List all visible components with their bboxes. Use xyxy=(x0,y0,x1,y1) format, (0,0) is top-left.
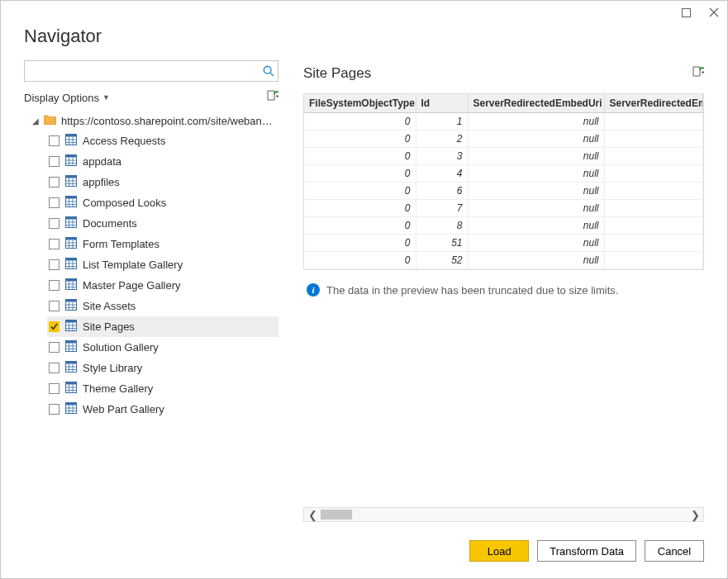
table-icon xyxy=(65,237,77,251)
column-header[interactable]: ServerRedirectedEmbed xyxy=(604,94,703,113)
navigator-tree: ◢ https://contoso.sharepoint.com/site/we… xyxy=(24,112,278,522)
tree-item-label: Site Pages xyxy=(83,320,135,333)
checkbox[interactable] xyxy=(49,177,59,187)
tree-item[interactable]: Form Templates xyxy=(47,234,278,254)
table-row[interactable]: 08null xyxy=(304,217,703,235)
checkbox[interactable] xyxy=(49,301,59,311)
table-row[interactable]: 07null xyxy=(304,200,703,217)
search-input[interactable] xyxy=(25,61,259,81)
svg-rect-15 xyxy=(66,259,77,261)
close-button[interactable] xyxy=(707,6,721,19)
tree-item-label: Style Library xyxy=(83,362,142,374)
checkbox[interactable] xyxy=(49,363,59,373)
tree-item[interactable]: Web Part Gallery xyxy=(47,399,278,420)
table-cell: null xyxy=(468,148,604,165)
search-box[interactable] xyxy=(24,60,278,82)
checkbox[interactable] xyxy=(49,218,59,229)
table-cell: 0 xyxy=(304,183,416,200)
table-icon xyxy=(65,299,77,313)
table-row[interactable]: 04null xyxy=(304,165,703,183)
table-cell: 6 xyxy=(416,183,468,200)
transform-data-button[interactable]: Transform Data xyxy=(537,540,636,562)
tree-item[interactable]: Theme Gallery xyxy=(47,378,278,399)
tree-root[interactable]: ◢ https://contoso.sharepoint.com/site/we… xyxy=(24,112,278,131)
table-cell: 2 xyxy=(416,131,468,148)
search-icon[interactable] xyxy=(259,65,278,77)
table-cell: null xyxy=(468,165,604,183)
tree-item-label: Master Page Gallery xyxy=(83,279,181,292)
load-button[interactable]: Load xyxy=(469,540,529,562)
table-cell: 0 xyxy=(304,200,416,217)
column-header[interactable]: Id xyxy=(416,94,468,113)
scroll-thumb[interactable] xyxy=(321,510,352,520)
left-pane: Display Options ▼ ◢ https://contoso.shar… xyxy=(24,60,278,522)
checkbox[interactable] xyxy=(49,156,59,167)
table-row[interactable]: 03null xyxy=(304,148,703,165)
table-row[interactable]: 051null xyxy=(304,235,703,252)
table-cell: null xyxy=(468,131,604,148)
table-row[interactable]: 02null xyxy=(304,131,703,148)
maximize-button[interactable] xyxy=(679,6,692,19)
table-row[interactable]: 052null xyxy=(304,252,703,269)
tree-item[interactable]: Site Pages xyxy=(47,316,278,337)
checkbox[interactable] xyxy=(49,259,59,270)
table-icon xyxy=(65,134,77,148)
scroll-right-icon[interactable]: ❯ xyxy=(687,509,703,521)
table-cell: null xyxy=(468,235,604,252)
tree-item-label: appdata xyxy=(83,155,121,168)
tree-item[interactable]: Documents xyxy=(47,213,278,234)
tree-item-label: Form Templates xyxy=(83,238,159,250)
checkbox[interactable] xyxy=(49,342,59,353)
tree-item[interactable]: appdata xyxy=(47,151,278,172)
table-cell xyxy=(604,165,703,183)
tree-item[interactable]: Solution Gallery xyxy=(47,337,278,358)
column-header[interactable]: ServerRedirectedEmbedUri xyxy=(468,94,604,113)
table-cell xyxy=(604,200,703,217)
svg-rect-9 xyxy=(66,197,77,199)
tree-item[interactable]: List Template Gallery xyxy=(47,254,278,275)
checkbox[interactable] xyxy=(49,197,59,208)
table-cell: null xyxy=(468,252,604,269)
tree-item[interactable]: Style Library xyxy=(47,358,278,378)
caret-down-icon: ◢ xyxy=(32,116,39,126)
table-cell: null xyxy=(468,183,604,200)
column-header[interactable]: FileSystemObjectType xyxy=(304,94,416,113)
svg-rect-21 xyxy=(66,320,77,323)
display-options-button[interactable]: Display Options ▼ xyxy=(24,92,110,104)
table-icon xyxy=(65,340,77,354)
scroll-left-icon[interactable]: ❮ xyxy=(304,509,321,521)
table-cell: 3 xyxy=(416,148,468,165)
preview-refresh-icon[interactable] xyxy=(691,66,704,82)
tree-item-label: Solution Gallery xyxy=(83,341,159,354)
titlebar xyxy=(1,1,727,24)
table-cell: 51 xyxy=(416,235,468,252)
cancel-button[interactable]: Cancel xyxy=(645,540,704,562)
checkbox[interactable] xyxy=(49,321,59,332)
svg-rect-17 xyxy=(66,279,77,282)
svg-rect-25 xyxy=(66,362,77,364)
table-icon xyxy=(65,361,77,375)
checkbox[interactable] xyxy=(49,404,59,415)
table-cell: 7 xyxy=(416,200,468,217)
checkbox[interactable] xyxy=(49,383,59,394)
horizontal-scrollbar[interactable]: ❮ ❯ xyxy=(303,507,704,522)
tree-item[interactable]: Composed Looks xyxy=(47,192,278,213)
refresh-icon[interactable] xyxy=(265,90,278,106)
tree-item[interactable]: Access Requests xyxy=(47,131,278,151)
tree-item[interactable]: Site Assets xyxy=(47,296,278,316)
preview-info: i The data in the preview has been trunc… xyxy=(303,270,704,310)
table-cell: 0 xyxy=(304,217,416,235)
table-cell: 0 xyxy=(304,165,416,183)
checkbox[interactable] xyxy=(49,135,59,146)
tree-item-label: Theme Gallery xyxy=(83,382,153,395)
table-cell: 4 xyxy=(416,165,468,183)
tree-item[interactable]: appfiles xyxy=(47,172,278,192)
table-icon xyxy=(65,278,77,292)
table-icon xyxy=(65,320,77,334)
table-row[interactable]: 01null xyxy=(304,113,703,131)
checkbox[interactable] xyxy=(49,280,59,291)
table-row[interactable]: 06null xyxy=(304,183,703,200)
tree-item[interactable]: Master Page Gallery xyxy=(47,275,278,296)
svg-rect-29 xyxy=(66,403,77,406)
checkbox[interactable] xyxy=(49,239,59,249)
